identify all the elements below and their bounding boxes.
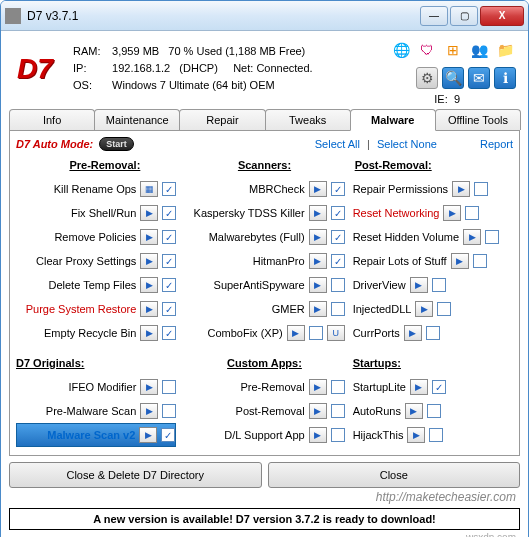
checkbox[interactable] <box>429 428 443 442</box>
option-label: Pre-Removal <box>240 381 304 393</box>
run-button[interactable]: ▶ <box>451 253 469 269</box>
checkbox[interactable] <box>162 230 176 244</box>
checkbox[interactable] <box>331 254 345 268</box>
select-none-link[interactable]: Select None <box>377 138 437 150</box>
watermark2: wsxdn.com <box>9 530 520 537</box>
run-button[interactable]: ▶ <box>309 229 327 245</box>
section-d7-originals: D7 Originals: <box>16 357 176 369</box>
tab-info[interactable]: Info <box>9 109 95 130</box>
checkbox[interactable] <box>162 404 176 418</box>
shield-icon[interactable]: 🛡 <box>416 39 438 61</box>
checkbox[interactable] <box>465 206 479 220</box>
run-button[interactable]: ▶ <box>287 325 305 341</box>
checkbox[interactable] <box>162 278 176 292</box>
run-button[interactable]: ▦ <box>140 181 158 197</box>
checkbox[interactable] <box>162 182 176 196</box>
run-button[interactable]: ▶ <box>309 205 327 221</box>
checkbox[interactable] <box>426 326 440 340</box>
option-fix-shell-run: Fix Shell/Run▶ <box>16 201 176 225</box>
run-button[interactable]: ▶ <box>140 403 158 419</box>
run-button[interactable]: ▶ <box>140 379 158 395</box>
checkbox[interactable] <box>485 230 499 244</box>
globe-icon[interactable]: 🌐 <box>390 39 412 61</box>
run-button[interactable]: ▶ <box>407 427 425 443</box>
checkbox[interactable] <box>331 404 345 418</box>
search-icon[interactable]: 🔍 <box>442 67 464 89</box>
run-button[interactable]: ▶ <box>140 229 158 245</box>
checkbox[interactable] <box>331 230 345 244</box>
checkbox[interactable] <box>432 380 446 394</box>
checkbox[interactable] <box>162 254 176 268</box>
run-button[interactable]: ▶ <box>309 379 327 395</box>
report-link[interactable]: Report <box>480 138 513 150</box>
option-label: Malwarebytes (Full) <box>209 231 305 243</box>
tab-malware[interactable]: Malware <box>350 109 436 131</box>
start-button[interactable]: Start <box>99 137 134 151</box>
checkbox[interactable] <box>437 302 451 316</box>
windows-flag-icon[interactable]: ⊞ <box>442 39 464 61</box>
run-button[interactable]: ▶ <box>404 325 422 341</box>
minimize-button[interactable]: — <box>420 6 448 26</box>
checkbox[interactable] <box>432 278 446 292</box>
update-button[interactable]: U <box>327 325 345 341</box>
users-icon[interactable]: 👥 <box>468 39 490 61</box>
run-button[interactable]: ▶ <box>410 379 428 395</box>
checkbox[interactable] <box>162 380 176 394</box>
run-button[interactable]: ▶ <box>309 277 327 293</box>
section-post-removal: Post-Removal: <box>353 159 513 171</box>
ip-label: IP: <box>73 60 109 77</box>
maximize-button[interactable]: ▢ <box>450 6 478 26</box>
section-custom-apps: Custom Apps: <box>184 357 344 369</box>
run-button[interactable]: ▶ <box>140 277 158 293</box>
checkbox[interactable] <box>309 326 323 340</box>
tab-repair[interactable]: Repair <box>179 109 265 130</box>
run-button[interactable]: ▶ <box>443 205 461 221</box>
checkbox[interactable] <box>162 326 176 340</box>
run-button[interactable]: ▶ <box>463 229 481 245</box>
checkbox[interactable] <box>162 302 176 316</box>
close-delete-button[interactable]: Close & Delete D7 Directory <box>9 462 262 488</box>
run-button[interactable]: ▶ <box>309 301 327 317</box>
checkbox[interactable] <box>162 206 176 220</box>
tab-maintenance[interactable]: Maintenance <box>94 109 180 130</box>
run-button[interactable]: ▶ <box>405 403 423 419</box>
run-button[interactable]: ▶ <box>140 205 158 221</box>
select-all-link[interactable]: Select All <box>315 138 360 150</box>
run-button[interactable]: ▶ <box>309 253 327 269</box>
checkbox[interactable] <box>331 206 345 220</box>
mail-icon[interactable]: ✉ <box>468 67 490 89</box>
checkbox[interactable] <box>331 380 345 394</box>
tab-tweaks[interactable]: Tweaks <box>265 109 351 130</box>
section-scanners: Scanners: <box>184 159 344 171</box>
close-button[interactable]: Close <box>268 462 521 488</box>
run-button[interactable]: ▶ <box>309 181 327 197</box>
run-button[interactable]: ▶ <box>410 277 428 293</box>
run-button[interactable]: ▶ <box>309 403 327 419</box>
option-label: HijackThis <box>353 429 404 441</box>
tab-offline-tools[interactable]: Offline Tools <box>435 109 521 130</box>
run-button[interactable]: ▶ <box>415 301 433 317</box>
option-clear-proxy-settings: Clear Proxy Settings▶ <box>16 249 176 273</box>
run-button[interactable]: ▶ <box>140 253 158 269</box>
checkbox[interactable] <box>331 302 345 316</box>
checkbox[interactable] <box>474 182 488 196</box>
run-button[interactable]: ▶ <box>139 427 157 443</box>
checkbox[interactable] <box>473 254 487 268</box>
close-window-button[interactable]: X <box>480 6 524 26</box>
gear-icon[interactable]: ⚙ <box>416 67 438 89</box>
run-button[interactable]: ▶ <box>140 325 158 341</box>
ie-version: IE: 9 <box>434 93 460 105</box>
checkbox[interactable] <box>331 278 345 292</box>
info-icon[interactable]: ℹ <box>494 67 516 89</box>
run-button[interactable]: ▶ <box>309 427 327 443</box>
option-label: D/L Support App <box>224 429 304 441</box>
checkbox[interactable] <box>161 428 175 442</box>
checkbox[interactable] <box>331 182 345 196</box>
checkbox[interactable] <box>331 428 345 442</box>
run-button[interactable]: ▶ <box>140 301 158 317</box>
folder-icon[interactable]: 📁 <box>494 39 516 61</box>
section-pre-removal: Pre-Removal: <box>16 159 176 171</box>
system-info: RAM: 3,959 MB 70 % Used (1,188 MB Free) … <box>73 43 313 95</box>
checkbox[interactable] <box>427 404 441 418</box>
run-button[interactable]: ▶ <box>452 181 470 197</box>
